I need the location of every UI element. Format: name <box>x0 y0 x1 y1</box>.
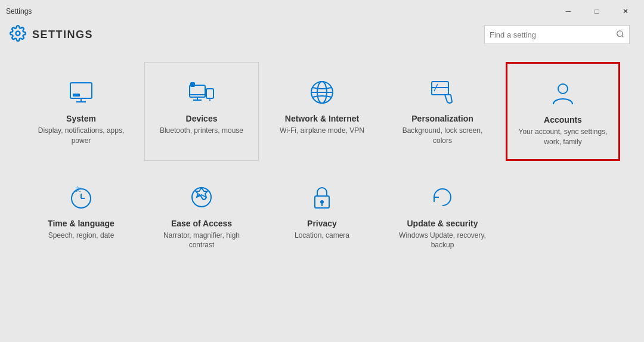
minimize-button[interactable]: ─ <box>555 4 582 19</box>
svg-point-21 <box>558 84 568 94</box>
svg-rect-6 <box>73 94 80 97</box>
tile-devices-subtitle: Bluetooth, printers, mouse <box>160 126 243 136</box>
lock-icon <box>306 182 338 213</box>
title-bar-left: Settings <box>0 7 32 15</box>
tile-privacy[interactable]: PrivacyLocation, camera <box>265 167 379 263</box>
brush-icon <box>427 77 458 108</box>
tile-update-title: Update & security <box>407 219 478 228</box>
svg-point-0 <box>16 32 20 36</box>
clock-icon: 文 <box>66 182 97 213</box>
svg-rect-8 <box>206 89 213 98</box>
tile-update-subtitle: Windows Update, recovery, backup <box>393 231 492 251</box>
tile-update[interactable]: Update & securityWindows Update, recover… <box>385 167 500 263</box>
tile-personalization-title: Personalization <box>411 114 473 123</box>
title-bar-controls: ─ □ ✕ <box>555 4 639 19</box>
main-content: SystemDisplay, notifications, apps, powe… <box>0 50 644 275</box>
tile-accounts[interactable]: AccountsYour account, sync settings, wor… <box>506 62 620 161</box>
svg-point-28 <box>320 200 324 204</box>
ease-icon <box>186 182 217 213</box>
tile-time-subtitle: Speech, region, date <box>48 231 114 241</box>
tile-system-subtitle: Display, notifications, apps, power <box>32 126 131 146</box>
tile-network[interactable]: Network & InternetWi-Fi, airplane mode, … <box>265 62 379 161</box>
app-title: SETTINGS <box>32 29 93 41</box>
svg-point-1 <box>617 30 623 36</box>
svg-point-14 <box>209 100 210 101</box>
svg-rect-12 <box>191 83 194 86</box>
tile-ease[interactable]: Ease of AccessNarrator, magnifier, high … <box>144 167 259 263</box>
tile-system[interactable]: SystemDisplay, notifications, apps, powe… <box>24 62 138 161</box>
monitor-icon <box>66 77 97 108</box>
tile-devices-title: Devices <box>186 114 218 123</box>
settings-grid: SystemDisplay, notifications, apps, powe… <box>24 62 620 263</box>
search-input[interactable] <box>490 30 616 39</box>
maximize-button[interactable]: □ <box>583 4 611 19</box>
tile-privacy-title: Privacy <box>307 219 337 228</box>
app-header: SETTINGS <box>0 19 644 50</box>
person-icon <box>547 78 578 109</box>
header-left: SETTINGS <box>10 25 93 44</box>
tile-privacy-subtitle: Location, camera <box>295 231 349 241</box>
tile-system-title: System <box>66 114 96 123</box>
search-icon <box>616 30 624 40</box>
tile-personalization[interactable]: PersonalizationBackground, lock screen, … <box>385 62 500 161</box>
tile-network-title: Network & Internet <box>285 114 359 123</box>
tile-network-subtitle: Wi-Fi, airplane mode, VPN <box>280 126 364 136</box>
svg-text:文: 文 <box>75 186 81 192</box>
search-box[interactable] <box>484 25 630 44</box>
update-icon <box>427 182 458 213</box>
tile-accounts-title: Accounts <box>544 115 582 125</box>
globe-icon <box>306 77 338 108</box>
tile-time[interactable]: 文 Time & languageSpeech, region, date <box>24 167 138 263</box>
svg-line-2 <box>622 35 624 37</box>
devices-icon <box>186 77 217 108</box>
tile-devices[interactable]: DevicesBluetooth, printers, mouse <box>144 62 259 161</box>
tile-personalization-subtitle: Background, lock screen, colors <box>393 126 492 146</box>
title-bar-text: Settings <box>6 7 32 15</box>
tile-time-title: Time & language <box>48 219 114 228</box>
title-bar: Settings ─ □ ✕ <box>0 0 644 19</box>
close-button[interactable]: ✕ <box>612 4 639 19</box>
tile-ease-subtitle: Narrator, magnifier, high contrast <box>152 231 251 251</box>
tile-accounts-subtitle: Your account, sync settings, work, famil… <box>515 127 611 147</box>
tile-ease-title: Ease of Access <box>171 219 232 228</box>
gear-icon <box>10 25 26 44</box>
